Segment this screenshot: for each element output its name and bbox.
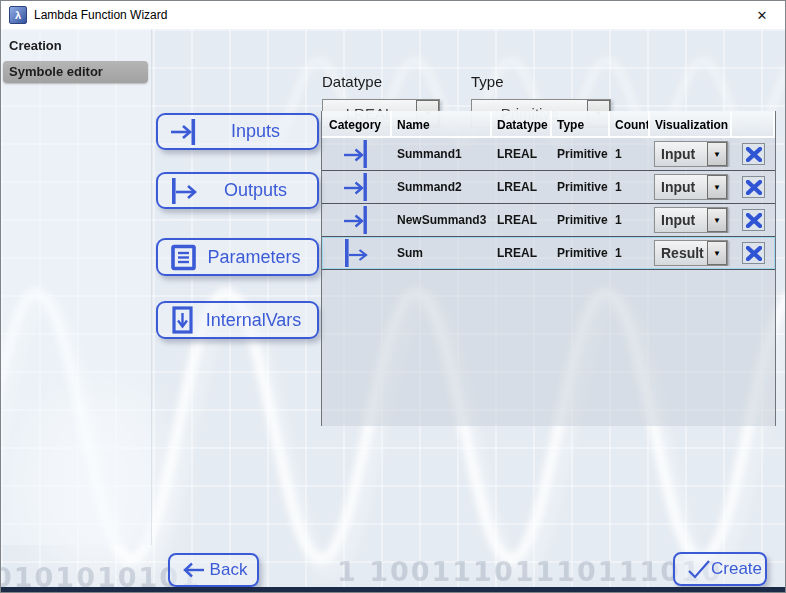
- internalvars-button[interactable]: InternalVars: [156, 301, 319, 339]
- create-button-label: Create: [711, 559, 768, 579]
- symbols-table: Category Name Datatype Type Count Visual…: [321, 111, 776, 426]
- back-button[interactable]: Back: [168, 553, 259, 587]
- cell-type: Primitive: [552, 180, 610, 194]
- type-label: Type: [471, 73, 504, 90]
- output-arrow-icon: [170, 177, 200, 205]
- cell-name: NewSummand3: [392, 213, 492, 227]
- visualization-value: Input: [655, 208, 707, 232]
- list-icon: [170, 244, 197, 271]
- checkmark-icon: [687, 559, 711, 579]
- table-header: Category Name Datatype Type Count Visual…: [322, 111, 775, 138]
- column-header-visualization: Visualization: [650, 111, 732, 136]
- binary-watermark-right: 1 10011101110111010: [337, 556, 723, 587]
- chevron-down-icon[interactable]: ▼: [707, 241, 727, 265]
- output-arrow-icon: [343, 238, 371, 268]
- column-header-category: Category: [322, 111, 392, 136]
- blue-x-icon: [746, 180, 762, 195]
- visualization-dropdown[interactable]: Input ▼: [654, 207, 728, 233]
- left-arrow-icon: [182, 561, 206, 579]
- visualization-dropdown[interactable]: Result ▼: [654, 240, 728, 266]
- column-header-type: Type: [552, 111, 610, 136]
- box-down-arrow-icon: [170, 306, 196, 334]
- chevron-down-icon[interactable]: ▼: [707, 208, 727, 232]
- datatype-label: Datatype: [322, 73, 382, 90]
- cell-datatype: LREAL: [492, 180, 552, 194]
- cell-datatype: LREAL: [492, 147, 552, 161]
- visualization-dropdown[interactable]: Input ▼: [654, 141, 728, 167]
- blue-x-icon: [746, 213, 762, 228]
- visualization-dropdown[interactable]: Input ▼: [654, 174, 728, 200]
- inputs-button[interactable]: Inputs: [156, 113, 319, 150]
- table-row[interactable]: Summand2 LREAL Primitive 1 Input ▼: [322, 171, 775, 204]
- close-icon[interactable]: ✕: [747, 3, 777, 27]
- blue-x-icon: [746, 147, 762, 162]
- input-arrow-icon: [170, 118, 200, 146]
- chevron-down-icon[interactable]: ▼: [707, 175, 727, 199]
- internalvars-button-label: InternalVars: [196, 310, 317, 331]
- cell-name: Summand1: [392, 147, 492, 161]
- visualization-value: Input: [655, 175, 707, 199]
- cell-count: 1: [610, 180, 650, 194]
- cell-datatype: LREAL: [492, 246, 552, 260]
- bottom-accent-bar: [1, 587, 785, 592]
- input-arrow-icon: [343, 205, 371, 235]
- table-row[interactable]: Sum LREAL Primitive 1 Result ▼: [322, 237, 775, 270]
- column-header-datatype: Datatype: [492, 111, 552, 136]
- delete-row-button[interactable]: [742, 242, 765, 264]
- back-button-label: Back: [206, 560, 257, 580]
- window-title: Lambda Function Wizard: [34, 8, 167, 22]
- sidebar-item-symbole-editor[interactable]: Symbole editor: [3, 61, 148, 83]
- cell-count: 1: [610, 246, 650, 260]
- visualization-value: Result: [655, 241, 707, 265]
- input-arrow-icon: [343, 172, 371, 202]
- cell-count: 1: [610, 147, 650, 161]
- cell-name: Summand2: [392, 180, 492, 194]
- cell-count: 1: [610, 213, 650, 227]
- cell-type: Primitive: [552, 246, 610, 260]
- column-header-name: Name: [392, 111, 492, 136]
- outputs-button[interactable]: Outputs: [156, 172, 319, 209]
- cell-type: Primitive: [552, 213, 610, 227]
- delete-row-button[interactable]: [742, 143, 765, 165]
- parameters-button[interactable]: Parameters: [156, 238, 319, 276]
- column-header-actions: [732, 111, 775, 136]
- create-button[interactable]: Create: [673, 552, 767, 586]
- input-arrow-icon: [343, 139, 371, 169]
- outputs-button-label: Outputs: [200, 180, 317, 201]
- delete-row-button[interactable]: [742, 176, 765, 198]
- title-bar: λ Lambda Function Wizard ✕: [1, 1, 785, 29]
- cell-name: Sum: [392, 246, 492, 260]
- dialog-content: 0101010101 1 10011101110111010 Creation …: [1, 29, 785, 592]
- table-row[interactable]: Summand1 LREAL Primitive 1 Input ▼: [322, 138, 775, 171]
- lambda-app-icon: λ: [9, 6, 27, 24]
- chevron-down-icon[interactable]: ▼: [707, 142, 727, 166]
- visualization-value: Input: [655, 142, 707, 166]
- sidebar-item-creation[interactable]: Creation: [3, 35, 148, 57]
- lambda-function-wizard-dialog: λ Lambda Function Wizard ✕ 0101010101 1 …: [0, 0, 786, 593]
- column-header-count: Count: [610, 111, 650, 136]
- cell-datatype: LREAL: [492, 213, 552, 227]
- inputs-button-label: Inputs: [200, 121, 317, 142]
- blue-x-icon: [746, 246, 762, 261]
- parameters-button-label: Parameters: [197, 247, 317, 268]
- table-row[interactable]: NewSummand3 LREAL Primitive 1 Input ▼: [322, 204, 775, 237]
- cell-type: Primitive: [552, 147, 610, 161]
- wizard-steps-sidebar: Creation Symbole editor: [1, 29, 152, 545]
- delete-row-button[interactable]: [742, 209, 765, 231]
